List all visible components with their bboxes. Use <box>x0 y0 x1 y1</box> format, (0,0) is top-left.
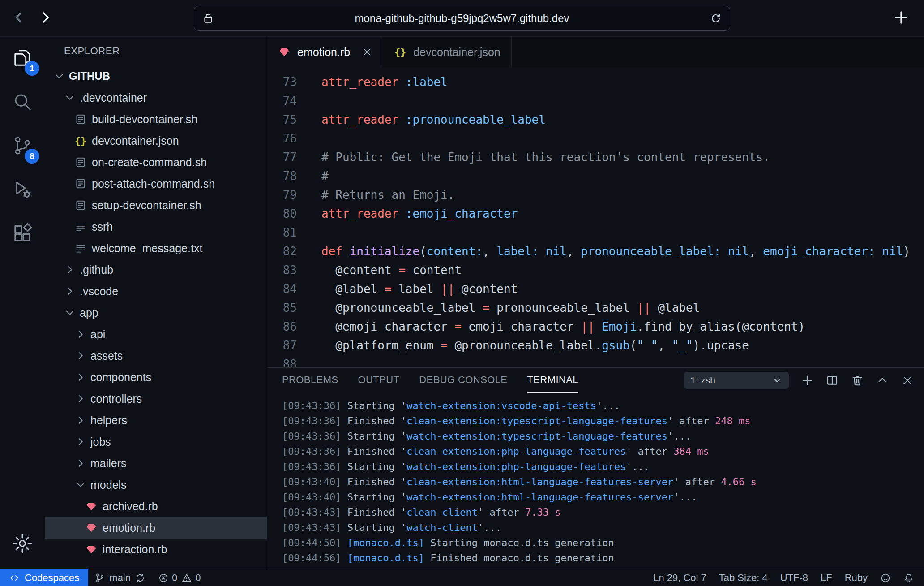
tree-item-helpers[interactable]: helpers <box>45 409 267 431</box>
tree-item-jobs[interactable]: jobs <box>45 431 267 452</box>
close-icon[interactable] <box>362 47 372 57</box>
tree-item-ssrh[interactable]: ssrh <box>45 216 267 237</box>
code-text: @platform_enum = @pronounceable_label.gs… <box>297 336 749 355</box>
bottom-panel: PROBLEMS OUTPUT DEBUG CONSOLE TERMINAL 1… <box>267 367 924 569</box>
tree-item-label: emotion.rb <box>103 521 155 534</box>
activity-extensions[interactable] <box>0 212 45 256</box>
sync-icon <box>135 573 145 583</box>
tree-item-mailers[interactable]: mailers <box>45 452 267 474</box>
tree-item-assets[interactable]: assets <box>45 345 267 366</box>
tree-item-app[interactable]: app <box>45 302 267 323</box>
codespaces-status[interactable]: Codespaces <box>0 569 88 586</box>
panel-controls: 1: zsh <box>684 368 914 393</box>
tree-item-welcome-message-txt[interactable]: welcome_message.txt <box>45 237 267 259</box>
line-number: 76 <box>267 129 297 148</box>
shell-file-icon <box>74 113 87 125</box>
tab-devcontainer-json[interactable]: {} devcontainer.json <box>383 37 512 67</box>
lock-icon <box>202 13 214 24</box>
tab-emotion-rb[interactable]: emotion.rb <box>267 37 383 67</box>
chevron-down-icon <box>74 478 87 491</box>
text-file-icon <box>74 242 87 254</box>
line-number: 83 <box>267 261 297 280</box>
tree-item-vscode[interactable]: .vscode <box>45 280 267 302</box>
tree-item-emotion-rb[interactable]: emotion.rb <box>45 517 267 539</box>
activity-search[interactable] <box>0 81 45 125</box>
maximize-panel-icon[interactable] <box>876 374 889 387</box>
tree-item-devcontainer-json[interactable]: {}devcontainer.json <box>45 130 267 151</box>
line-number: 87 <box>267 336 297 355</box>
terminal-line-8: [09:43:43] Finished 'clean-client' after… <box>282 505 924 520</box>
panel-tab-debug-console[interactable]: DEBUG CONSOLE <box>419 368 507 393</box>
tree-item-label: .github <box>80 263 113 276</box>
line-number: 82 <box>267 242 297 261</box>
eol-status[interactable]: LF <box>814 569 838 586</box>
tree-item-build-devcontainer-sh[interactable]: build-devcontainer.sh <box>45 108 267 130</box>
code-text: def initialize(content:, label: nil, pro… <box>297 242 910 261</box>
code-line-75: 75attr_reader :pronounceable_label <box>267 110 924 129</box>
tree-item-post-attach-command-sh[interactable]: post-attach-command.sh <box>45 173 267 194</box>
activity-settings[interactable] <box>0 527 45 562</box>
explorer-badge: 1 <box>25 61 39 76</box>
tree-item-controllers[interactable]: controllers <box>45 388 267 409</box>
chevron-right-icon <box>38 10 53 26</box>
line-number: 81 <box>267 223 297 242</box>
line-number: 77 <box>267 148 297 167</box>
code-editor[interactable]: 73attr_reader :label7475attr_reader :pro… <box>267 67 924 367</box>
tree-item-setup-devcontainer-sh[interactable]: setup-devcontainer.sh <box>45 194 267 216</box>
tree-item-api[interactable]: api <box>45 323 267 345</box>
terminal-output[interactable]: [09:43:36] Starting 'watch-extension:vsc… <box>267 393 924 569</box>
cursor-position[interactable]: Ln 29, Col 7 <box>647 569 713 586</box>
code-line-80: 80attr_reader :emoji_character <box>267 204 924 223</box>
new-terminal-icon[interactable] <box>800 374 814 387</box>
chevron-right-icon <box>64 285 76 297</box>
browser-back-button[interactable] <box>6 5 32 31</box>
branch-status[interactable]: main <box>88 569 152 586</box>
new-tab-button[interactable] <box>889 6 913 30</box>
tree-item-interaction-rb[interactable]: interaction.rb <box>45 539 267 560</box>
tree-item-archived-rb[interactable]: archived.rb <box>45 496 267 517</box>
kill-terminal-icon[interactable] <box>851 374 864 387</box>
tree-item-label: mailers <box>90 457 127 470</box>
status-right: Ln 29, Col 7 Tab Size: 4 UTF-8 LF Ruby <box>647 569 924 586</box>
terminal-line-9: [09:43:43] Starting 'watch-client'... <box>282 520 924 535</box>
feedback-smiley-icon[interactable] <box>874 569 897 586</box>
tree-item-components[interactable]: components <box>45 366 267 388</box>
terminal-line-5: [09:43:36] Starting 'watch-extension:php… <box>282 459 924 474</box>
notifications-bell-icon[interactable] <box>897 569 920 586</box>
tree-item-label: components <box>90 371 151 384</box>
activity-source-control[interactable]: 8 <box>0 125 45 168</box>
code-line-83: 83 @content = content <box>267 261 924 280</box>
browser-toolbar: mona-github-github-g59jpq2w5w7.github.de… <box>0 0 924 37</box>
browser-forward-button[interactable] <box>32 5 58 31</box>
close-panel-icon[interactable] <box>901 374 914 387</box>
tree-item-label: assets <box>90 349 123 362</box>
refresh-icon[interactable] <box>710 13 722 24</box>
split-terminal-icon[interactable] <box>826 374 839 387</box>
tree-item-label: setup-devcontainer.sh <box>92 199 201 212</box>
panel-header: PROBLEMS OUTPUT DEBUG CONSOLE TERMINAL 1… <box>267 368 924 393</box>
tree-item-devcontainer[interactable]: .devcontainer <box>45 87 267 108</box>
tab-size-status[interactable]: Tab Size: 4 <box>713 569 774 586</box>
code-text: @label = label || @content <box>297 280 518 298</box>
activity-run-debug[interactable] <box>0 168 45 212</box>
panel-tab-output[interactable]: OUTPUT <box>358 368 399 393</box>
panel-tab-terminal[interactable]: TERMINAL <box>527 368 578 393</box>
tree-item-github[interactable]: GITHUB <box>45 65 267 87</box>
activity-explorer[interactable]: 1 <box>0 37 45 81</box>
tree-item-github[interactable]: .github <box>45 259 267 280</box>
problems-status[interactable]: 0 0 <box>152 569 207 586</box>
terminal-line-10: [09:44:50] [monaco.d.ts] Starting monaco… <box>282 535 924 551</box>
tree-item-label: on-create-command.sh <box>92 156 207 169</box>
line-number: 74 <box>267 91 297 110</box>
tree-item-on-create-command-sh[interactable]: on-create-command.sh <box>45 151 267 173</box>
file-tree: GITHUB.devcontainerbuild-devcontainer.sh… <box>45 65 267 569</box>
language-mode-status[interactable]: Ruby <box>838 569 874 586</box>
panel-tab-problems[interactable]: PROBLEMS <box>282 368 338 393</box>
browser-address-bar[interactable]: mona-github-github-g59jpq2w5w7.github.de… <box>194 6 730 31</box>
terminal-line-3: [09:43:36] Starting 'watch-extension:typ… <box>282 429 924 444</box>
error-icon <box>158 573 169 583</box>
code-text: # <box>297 167 329 185</box>
terminal-shell-select[interactable]: 1: zsh <box>684 372 789 389</box>
encoding-status[interactable]: UTF-8 <box>774 569 814 586</box>
tree-item-models[interactable]: models <box>45 474 267 496</box>
